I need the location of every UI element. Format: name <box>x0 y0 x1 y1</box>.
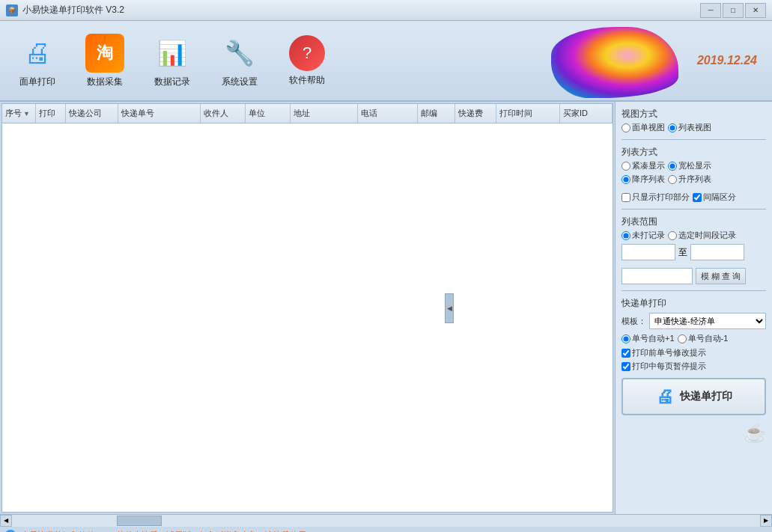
toolbar-item-help[interactable]: ? 软件帮助 <box>285 35 329 87</box>
main-area: 序号 ▼ 打印 快递公司 快递单号 收件人 单位 地址 电话 <box>0 102 772 514</box>
radio-desc[interactable]: 降序列表 <box>621 174 665 185</box>
taobao-icon: 淘 <box>85 34 124 73</box>
scroll-right-button[interactable]: ▶ <box>760 515 772 527</box>
check-print-only[interactable]: 只显示打印部分 <box>621 192 690 203</box>
radio-asc[interactable]: 升序列表 <box>668 174 711 185</box>
list-mode-title: 列表方式 <box>621 146 766 159</box>
check-interval-input[interactable] <box>693 193 702 202</box>
list-mode-section: 列表方式 紧凑显示 宽松显示 降序列表 升序列表 <box>621 146 766 185</box>
toolbar-decoration <box>547 25 682 100</box>
radio-form-view[interactable]: 面单视图 <box>621 122 665 133</box>
th-unit: 单位 <box>246 104 291 123</box>
close-button[interactable]: ✕ <box>745 3 766 18</box>
collapse-panel-arrow[interactable]: ◀ <box>445 293 454 323</box>
th-print-time: 打印时间 <box>496 104 560 123</box>
restore-button[interactable]: □ <box>723 3 744 18</box>
th-phone: 电话 <box>358 104 418 123</box>
help-icon: ? <box>289 35 325 71</box>
toolbar: 🖨 面单打印 淘 数据采集 📊 数据记录 🔧 系统设置 ? 软件帮助 2019.… <box>0 21 772 102</box>
radio-compact[interactable]: 紧凑显示 <box>621 160 665 171</box>
radio-period-label: 选定时间段记录 <box>678 230 736 241</box>
toolbar-label-print: 面单打印 <box>19 76 55 88</box>
list-range-title: 列表范围 <box>621 215 766 228</box>
radio-plus1-input[interactable] <box>621 334 630 343</box>
radio-loose-input[interactable] <box>668 162 677 171</box>
th-print: 打印 <box>36 104 66 123</box>
search-button[interactable]: 模 糊 查 询 <box>696 268 746 284</box>
th-email: 邮编 <box>418 104 455 123</box>
radio-period[interactable]: 选定时间段记录 <box>668 230 736 241</box>
radio-list-view-label: 列表视图 <box>678 122 711 133</box>
radio-minus1-input[interactable] <box>678 334 687 343</box>
window-title: 小易快递单打印软件 V3.2 <box>22 4 124 16</box>
radio-minus1[interactable]: 单号自动-1 <box>678 333 729 344</box>
radio-unprinted[interactable]: 未打记录 <box>621 230 665 241</box>
toolbar-item-data[interactable]: 📊 数据记录 <box>150 34 195 88</box>
chart-icon: 📊 <box>153 34 192 73</box>
view-mode-options: 面单视图 列表视图 <box>621 122 766 133</box>
template-select[interactable]: 申通快递-经济单 圆通快递 顺丰快递 中通快递 <box>649 313 766 329</box>
toolbar-label-help: 软件帮助 <box>289 74 325 87</box>
check-pause-prompt-input[interactable] <box>621 362 630 371</box>
right-panel: 视图方式 面单视图 列表视图 列表方式 紧凑显示 <box>615 102 772 514</box>
check-interval[interactable]: 间隔区分 <box>693 192 736 203</box>
scroll-left-button[interactable]: ◀ <box>0 515 12 527</box>
date-from-input[interactable] <box>621 244 675 260</box>
radio-form-view-label: 面单视图 <box>632 122 665 133</box>
th-receiver: 收件人 <box>201 104 246 123</box>
status-bar: i 小易快递单打印软件 V3.2 软件未注册！试用版，打印时嵌入水印，请注册使用… <box>0 526 772 532</box>
checkbox-group: 只显示打印部分 间隔区分 <box>621 192 766 203</box>
scroll-thumb[interactable] <box>117 516 162 526</box>
check-modify-prompt[interactable]: 打印前单号修改提示 <box>621 347 766 358</box>
bottom-scrollbar[interactable]: ◀ ▶ <box>0 514 772 526</box>
check-modify-prompt-input[interactable] <box>621 349 630 358</box>
date-to-label: 至 <box>678 246 687 259</box>
table-body <box>2 123 613 512</box>
minimize-button[interactable]: ─ <box>700 3 721 18</box>
coffee-decoration: ☕ <box>621 423 766 444</box>
radio-desc-input[interactable] <box>621 175 630 184</box>
scroll-track[interactable] <box>12 515 760 527</box>
print-button[interactable]: 🖨 快递单打印 <box>621 378 766 415</box>
table-area: 序号 ▼ 打印 快递公司 快递单号 收件人 单位 地址 电话 <box>1 103 613 513</box>
title-bar-left: 📦 小易快递单打印软件 V3.2 <box>6 4 124 16</box>
check-print-only-label: 只显示打印部分 <box>632 192 690 203</box>
radio-form-view-input[interactable] <box>621 123 630 132</box>
radio-asc-label: 升序列表 <box>678 174 711 185</box>
radio-compact-label: 紧凑显示 <box>632 160 665 171</box>
toolbar-item-settings[interactable]: 🔧 系统设置 <box>217 34 262 88</box>
toolbar-label-settings: 系统设置 <box>222 76 258 88</box>
coffee-icon: ☕ <box>744 423 766 443</box>
radio-plus1[interactable]: 单号自动+1 <box>621 333 675 344</box>
table-header: 序号 ▼ 打印 快递公司 快递单号 收件人 单位 地址 电话 <box>2 104 613 123</box>
toolbar-date: 2019.12.24 <box>697 54 757 67</box>
radio-compact-input[interactable] <box>621 162 630 171</box>
check-pause-prompt-label: 打印中每页暂停提示 <box>632 361 706 372</box>
list-range-options: 未打记录 选定时间段记录 <box>621 230 766 241</box>
th-order: 订 <box>613 104 613 123</box>
th-cost: 快递费 <box>455 104 496 123</box>
radio-list-view[interactable]: 列表视图 <box>668 122 711 133</box>
th-seq: 序号 ▼ <box>2 104 36 123</box>
list-range-section: 列表范围 未打记录 选定时间段记录 至 <box>621 215 766 260</box>
print-section: 快递单打印 模板： 申通快递-经济单 圆通快递 顺丰快递 中通快递 单号自动+1 <box>621 297 766 415</box>
toolbar-item-print[interactable]: 🖨 面单打印 <box>15 34 60 88</box>
radio-loose[interactable]: 宽松显示 <box>668 160 711 171</box>
divider-1 <box>621 139 766 140</box>
radio-loose-label: 宽松显示 <box>678 160 711 171</box>
settings-icon: 🔧 <box>220 34 259 73</box>
check-print-only-input[interactable] <box>621 193 630 202</box>
toolbar-item-taobao[interactable]: 淘 数据采集 <box>82 34 127 88</box>
radio-asc-input[interactable] <box>668 175 677 184</box>
date-to-input[interactable] <box>690 244 744 260</box>
status-icon: i <box>4 530 16 533</box>
radio-unprinted-input[interactable] <box>621 231 630 240</box>
list-mode-options-row1: 紧凑显示 宽松显示 <box>621 160 766 171</box>
check-pause-prompt[interactable]: 打印中每页暂停提示 <box>621 361 766 372</box>
print-btn-icon: 🖨 <box>656 386 674 407</box>
search-input[interactable] <box>621 268 693 284</box>
radio-list-view-input[interactable] <box>668 123 677 132</box>
toolbar-label-data: 数据记录 <box>154 76 190 88</box>
print-btn-label: 快递单打印 <box>680 390 732 403</box>
radio-period-input[interactable] <box>668 231 677 240</box>
